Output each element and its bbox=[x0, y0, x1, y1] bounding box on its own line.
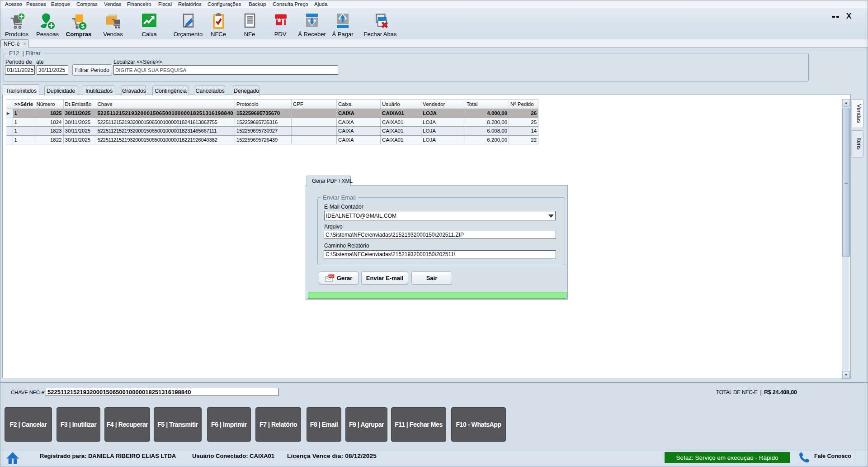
svg-text:PDF: PDF bbox=[329, 275, 334, 278]
svg-text:$: $ bbox=[81, 23, 85, 29]
